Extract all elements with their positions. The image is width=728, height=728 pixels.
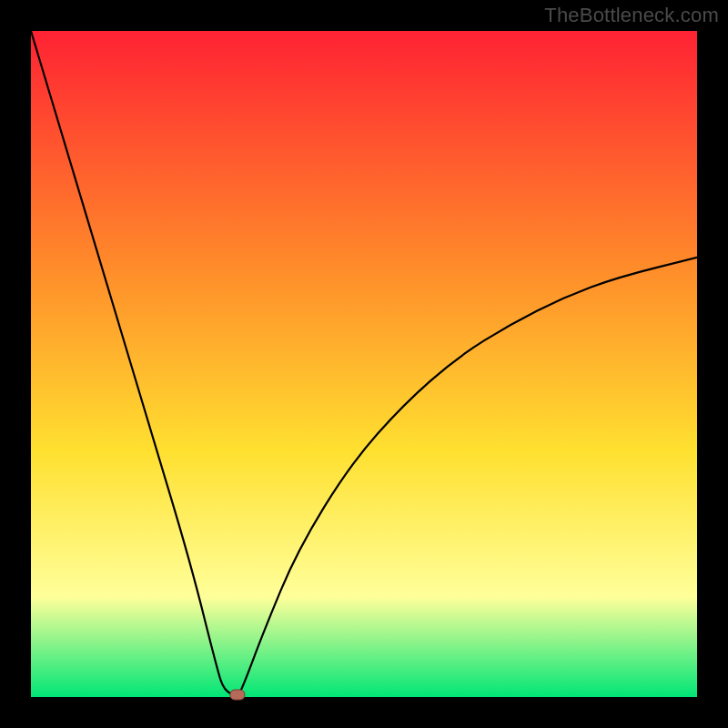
- bottleneck-chart: [0, 0, 728, 728]
- watermark-text: TheBottleneck.com: [544, 4, 719, 27]
- optimal-point-marker: [230, 690, 245, 700]
- chart-frame: TheBottleneck.com: [0, 0, 728, 728]
